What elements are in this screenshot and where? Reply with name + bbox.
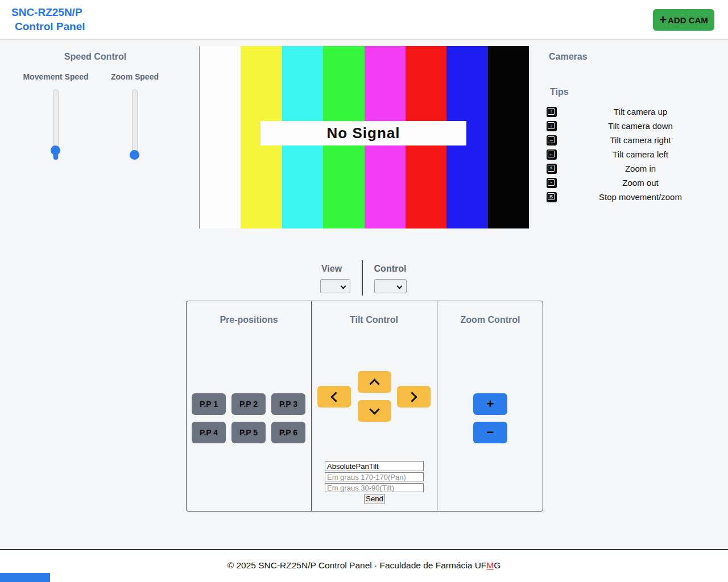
no-signal-text: No Signal (327, 124, 400, 142)
tip-row: ← Tilt camera left (547, 147, 724, 161)
tip-text: Tilt camera right (557, 135, 724, 145)
add-cam-label: ADD CAM (668, 15, 708, 25)
chevron-down-icon (397, 284, 403, 289)
zoom-control-title: Zoom Control (437, 315, 544, 325)
chevron-up-icon (369, 379, 379, 389)
page-title-line2: Control Panel (11, 19, 85, 34)
tip-row: - Zoom out (547, 176, 724, 190)
chevron-left-icon (330, 392, 341, 402)
zoom-in-button[interactable]: + (473, 393, 507, 415)
color-bar-black (488, 46, 529, 228)
send-button[interactable]: Send (364, 494, 385, 504)
control-panel: Pre-positions Tilt Control Zoom Control … (186, 301, 543, 512)
tip-text: Tilt camera up (557, 107, 724, 117)
zoom-speed-label: Zoom Speed (95, 72, 175, 81)
tilt-left-button[interactable] (317, 386, 351, 408)
view-label: View (306, 264, 357, 274)
footer-text: © 2025 SNC-RZ25N/P Control Panel · Facul… (0, 560, 728, 571)
zoom-out-button[interactable]: − (473, 422, 507, 443)
video-feed: No Signal (199, 46, 529, 228)
prepositions-title: Pre-positions (187, 315, 311, 325)
arrow-down-key-icon: ↓ (547, 121, 557, 131)
tip-row: ↑ Tilt camera up (547, 105, 724, 119)
no-signal-banner: No Signal (260, 121, 466, 146)
footer-suffix: G (494, 560, 500, 570)
tilt-down-button[interactable] (358, 400, 391, 422)
footer-copyright: © 2025 SNC-RZ25N/P Control Panel · Facul… (228, 560, 487, 570)
minus-key-icon: - (547, 178, 557, 188)
absolute-pantilt-command-input[interactable] (325, 461, 424, 471)
chevron-down-icon (369, 404, 379, 414)
movement-speed-thumb[interactable] (51, 146, 60, 155)
control-select[interactable] (374, 279, 407, 293)
tip-row: + Zoom in (547, 161, 724, 176)
chevron-right-icon (407, 392, 417, 402)
tips-title: Tips (550, 87, 569, 97)
s-key-icon: S (547, 192, 557, 202)
preposition-2-button[interactable]: P.P 2 (231, 393, 266, 415)
plus-icon: + (659, 14, 667, 26)
selector-divider (362, 260, 363, 296)
zoom-speed-thumb[interactable] (130, 150, 139, 160)
footer-highlight-letter: M (486, 560, 494, 570)
tip-row: → Tilt camera right (547, 133, 724, 147)
link-status-bar (0, 573, 50, 582)
view-select[interactable] (320, 279, 350, 293)
control-label: Control (365, 264, 416, 274)
page-title: SNC-RZ25N/P Control Panel (11, 5, 85, 34)
header: SNC-RZ25N/P Control Panel +ADD CAM (0, 0, 728, 40)
panel-divider (437, 301, 437, 511)
movement-speed-label: Movement Speed (16, 72, 96, 81)
pan-degrees-input[interactable] (325, 472, 424, 481)
tilt-up-button[interactable] (358, 371, 391, 393)
cameras-title: Cameras (549, 52, 588, 62)
tip-text: Tilt camera left (557, 149, 724, 159)
preposition-5-button[interactable]: P.P 5 (231, 422, 266, 443)
tip-text: Zoom out (557, 178, 724, 188)
footer: © 2025 SNC-RZ25N/P Control Panel · Facul… (0, 549, 728, 582)
color-bar-white (200, 46, 241, 228)
add-cam-button[interactable]: +ADD CAM (653, 9, 714, 31)
tip-text: Stop movement/zoom (557, 192, 724, 202)
panel-divider (311, 301, 312, 511)
tip-row: ↓ Tilt camera down (547, 119, 724, 133)
tip-text: Zoom in (557, 164, 724, 173)
tips-list: ↑ Tilt camera up ↓ Tilt camera down → Ti… (547, 105, 724, 204)
preposition-4-button[interactable]: P.P 4 (192, 422, 226, 443)
tilt-control-title: Tilt Control (311, 315, 437, 325)
preposition-1-button[interactable]: P.P 1 (192, 393, 226, 415)
preposition-6-button[interactable]: P.P 6 (271, 422, 305, 443)
arrow-left-key-icon: ← (547, 149, 557, 160)
preposition-3-button[interactable]: P.P 3 (271, 393, 305, 415)
speed-control-title: Speed Control (17, 52, 173, 62)
arrow-right-key-icon: → (547, 135, 557, 146)
tilt-degrees-input[interactable] (325, 483, 424, 492)
arrow-up-key-icon: ↑ (547, 107, 557, 117)
tip-text: Tilt camera down (557, 121, 724, 131)
tip-row: S Stop movement/zoom (547, 190, 724, 204)
plus-key-icon: + (547, 164, 557, 174)
tilt-right-button[interactable] (397, 386, 431, 408)
chevron-down-icon (341, 284, 346, 289)
page-title-line1: SNC-RZ25N/P (11, 5, 85, 19)
